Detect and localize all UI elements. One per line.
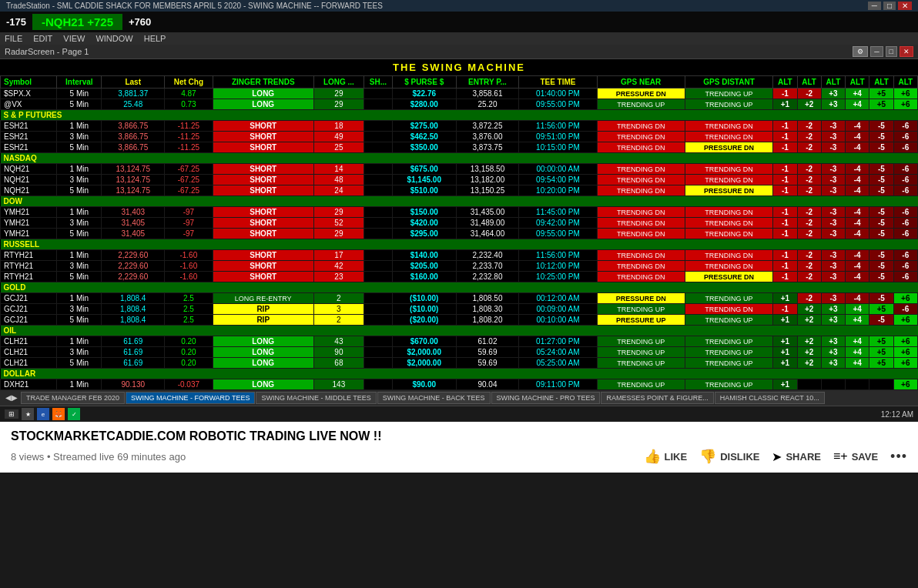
section-header: GOLD bbox=[1, 282, 918, 293]
table-row: ESH215 Min3,866.75-11.25SHORT25$350.003,… bbox=[1, 142, 918, 153]
yt-meta: 8 views • Streamed live 69 minutes ago bbox=[11, 451, 186, 463]
col-entry: ENTRY P... bbox=[456, 76, 519, 89]
dislike-button[interactable]: 👎 DISLIKE bbox=[699, 448, 759, 465]
col-alt1: ALT bbox=[773, 76, 797, 89]
rs-min-btn[interactable]: ─ bbox=[870, 46, 883, 57]
column-headers: Symbol Interval Last Net Chg ZINGER TREN… bbox=[1, 76, 918, 89]
table-row: GCJ215 Min1,808.42.5RIP2($20.00)1,808.20… bbox=[1, 315, 918, 326]
table-row: NQH211 Min13,124.75-67.25SHORT14$675.001… bbox=[1, 164, 918, 175]
col-alt2: ALT bbox=[797, 76, 821, 89]
table-row: CLH211 Min61.690.20LONG43$670.0061.0201:… bbox=[1, 336, 918, 347]
col-alt3: ALT bbox=[821, 76, 845, 89]
menu-file[interactable]: FILE bbox=[5, 34, 22, 43]
section-header: RUSSELL bbox=[1, 239, 918, 250]
section-header: OIL bbox=[1, 326, 918, 336]
table-row: RTYH215 Min2,229.60-1.60SHORT23$160.002,… bbox=[1, 272, 918, 282]
section-header: NASDAQ bbox=[1, 153, 918, 164]
app-title: TradeStation - SML CADDIE SHACK FOR MEMB… bbox=[6, 2, 383, 10]
ticker-left: -175 bbox=[6, 16, 26, 28]
tab-0[interactable]: TRADE MANAGER FEB 2020 bbox=[21, 392, 125, 404]
taskbar-left: ⊞ ★ e 🦊 ✓ bbox=[5, 408, 80, 420]
taskbar-right: 12:12 AM bbox=[881, 410, 913, 419]
table-row: NQH215 Min13,124.75-67.25SHORT24$510.001… bbox=[1, 185, 918, 196]
ticker-right: +760 bbox=[129, 16, 151, 28]
rs-close-btn[interactable]: ✕ bbox=[900, 46, 913, 57]
like-button[interactable]: 👍 LIKE bbox=[644, 448, 688, 465]
dislike-icon: 👎 bbox=[699, 448, 716, 465]
table-row: RTYH213 Min2,229.60-1.60SHORT42$205.002,… bbox=[1, 261, 918, 272]
menu-help[interactable]: HELP bbox=[144, 34, 166, 43]
menu-view[interactable]: VIEW bbox=[63, 34, 85, 43]
taskbar-icon-2[interactable]: e bbox=[37, 408, 49, 420]
taskbar: ⊞ ★ e 🦊 ✓ 12:12 AM bbox=[0, 406, 918, 422]
rs-max-btn[interactable]: □ bbox=[886, 46, 897, 57]
table-row: NQH213 Min13,124.75-67.25SHORT48$1,145.0… bbox=[1, 175, 918, 185]
tab-4[interactable]: SWING MACHINE - PRO TEES bbox=[491, 392, 601, 404]
col-alt5: ALT bbox=[869, 76, 893, 89]
table-row: RTYH211 Min2,229.60-1.60SHORT17$140.002,… bbox=[1, 250, 918, 261]
start-btn[interactable]: ⊞ bbox=[5, 409, 18, 419]
trading-table: THE SWING MACHINE Symbol Interval Last N… bbox=[0, 59, 918, 390]
app-title-bar: TradeStation - SML CADDIE SHACK FOR MEMB… bbox=[0, 0, 918, 12]
minimize-btn[interactable]: ─ bbox=[868, 2, 881, 10]
taskbar-icon-4[interactable]: ✓ bbox=[68, 408, 80, 420]
tab-arrows[interactable]: ◀▶ bbox=[3, 392, 20, 404]
rs-controls[interactable]: ⚙ ─ □ ✕ bbox=[853, 46, 913, 57]
table-row: YMH215 Min31,405-97SHORT29$295.0031,464.… bbox=[1, 229, 918, 239]
yt-meta-row: 8 views • Streamed live 69 minutes ago 👍… bbox=[11, 448, 907, 465]
table-row: ESH211 Min3,866.75-11.25SHORT18$275.003,… bbox=[1, 121, 918, 132]
more-options-btn[interactable]: ••• bbox=[890, 449, 907, 465]
main-table-wrapper: THE SWING MACHINE Symbol Interval Last N… bbox=[0, 59, 918, 390]
close-btn[interactable]: ✕ bbox=[898, 2, 912, 10]
title-row: THE SWING MACHINE bbox=[1, 59, 918, 76]
col-long: LONG ... bbox=[313, 76, 364, 89]
window-controls[interactable]: ─ □ ✕ bbox=[868, 2, 912, 10]
taskbar-icon-1[interactable]: ★ bbox=[22, 408, 34, 420]
yt-actions: 👍 LIKE 👎 DISLIKE ➤ SHARE ≡+ SAVE ••• bbox=[644, 448, 907, 465]
table-row: CLH215 Min61.690.20LONG68$2,000.0059.690… bbox=[1, 358, 918, 369]
rs-settings-btn[interactable]: ⚙ bbox=[853, 46, 868, 57]
radarscreen-title: RadarScreen - Page 1 bbox=[5, 47, 89, 56]
col-last: Last bbox=[102, 76, 165, 89]
col-alt6: ALT bbox=[893, 76, 917, 89]
col-tee: TEE TIME bbox=[519, 76, 597, 89]
table-row: ESH213 Min3,866.75-11.25SHORT49$462.503,… bbox=[1, 132, 918, 142]
section-header: S & P FUTURES bbox=[1, 110, 918, 121]
bottom-tabs: ◀▶ TRADE MANAGER FEB 2020SWING MACHINE -… bbox=[0, 390, 918, 406]
radarscreen-bar: RadarScreen - Page 1 ⚙ ─ □ ✕ bbox=[0, 45, 918, 59]
section-header: DOLLAR bbox=[1, 369, 918, 379]
like-label: LIKE bbox=[665, 451, 688, 463]
table-row: $SPX.X5 Min3,881.374.87LONG29$22.763,858… bbox=[1, 89, 918, 99]
taskbar-time: 12:12 AM bbox=[881, 410, 913, 419]
youtube-area: STOCKMARKETCADDIE.COM ROBOTIC TRADING LI… bbox=[0, 422, 918, 473]
col-zinger: ZINGER TRENDS bbox=[213, 76, 313, 89]
menu-bar: FILE EDIT VIEW WINDOW HELP bbox=[0, 32, 918, 45]
col-gps-dist: GPS DISTANT bbox=[685, 76, 772, 89]
share-button[interactable]: ➤ SHARE bbox=[772, 449, 821, 464]
col-purse: $ PURSE $ bbox=[392, 76, 456, 89]
tab-1[interactable]: SWING MACHINE - FORWARD TEES bbox=[126, 392, 255, 404]
maximize-btn[interactable]: □ bbox=[883, 2, 896, 10]
share-icon: ➤ bbox=[772, 449, 782, 464]
save-icon: ≡+ bbox=[833, 449, 848, 463]
tab-6[interactable]: HAMISH CLASSIC REACT 10... bbox=[715, 392, 825, 404]
tab-3[interactable]: SWING MACHINE - BACK TEES bbox=[377, 392, 491, 404]
col-interval: Interval bbox=[57, 76, 102, 89]
taskbar-icon-3[interactable]: 🦊 bbox=[52, 408, 65, 420]
save-button[interactable]: ≡+ SAVE bbox=[833, 449, 878, 463]
col-gps-near: GPS NEAR bbox=[597, 76, 685, 89]
col-alt4: ALT bbox=[846, 76, 869, 89]
tab-2[interactable]: SWING MACHINE - MIDDLE TEES bbox=[256, 392, 376, 404]
save-label: SAVE bbox=[852, 451, 878, 463]
col-netchg: Net Chg bbox=[165, 76, 213, 89]
dislike-label: DISLIKE bbox=[720, 451, 759, 463]
menu-window[interactable]: WINDOW bbox=[95, 34, 132, 43]
menu-edit[interactable]: EDIT bbox=[33, 34, 52, 43]
share-label: SHARE bbox=[786, 451, 821, 463]
tab-5[interactable]: RAMESSES POINT & FIGURE... bbox=[601, 392, 713, 404]
table-row: @VX5 Min25.480.73LONG29$280.0025.2009:55… bbox=[1, 99, 918, 110]
table-row: CLH213 Min61.690.20LONG90$2,000.0059.690… bbox=[1, 347, 918, 358]
col-sh: SH... bbox=[364, 76, 392, 89]
swing-machine-title: THE SWING MACHINE bbox=[393, 62, 525, 73]
table-row: GCJ213 Min1,808.42.5RIP3($10.00)1,808.30… bbox=[1, 304, 918, 315]
